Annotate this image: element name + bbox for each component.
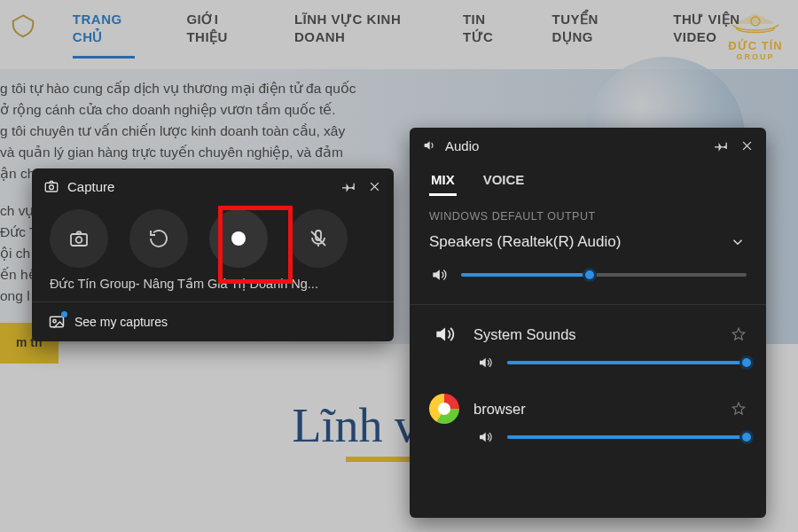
volume-icon[interactable] [475,353,495,372]
capture-buttons-row [32,204,394,277]
nav-item-about[interactable]: GIỚI THIỆU [186,11,259,45]
svg-point-2 [50,185,54,190]
master-volume-slider[interactable] [461,273,747,277]
capture-window-title: Đức Tín Group- Nâng Tầm Giá Trị Doanh Ng… [32,277,394,301]
divider [410,304,766,305]
master-volume-row [410,263,766,301]
nav-item-business[interactable]: LĨNH VỰC KINH DOANH [294,11,427,45]
svg-point-7 [53,320,56,323]
output-section-label: WINDOWS DEFAULT OUTPUT [410,196,766,228]
app-name: System Sounds [473,326,716,343]
gallery-icon [48,313,66,331]
svg-rect-1 [45,183,58,192]
system-sounds-slider[interactable] [507,361,747,364]
nav-item-home[interactable]: TRANG CHỦ [73,11,152,59]
tab-voice[interactable]: VOICE [481,167,527,196]
app-row-system-sounds: System Sounds [410,310,766,349]
close-icon[interactable] [738,137,755,154]
watermark-text: ĐỨC TÍN [727,39,784,52]
nav-item-careers[interactable]: TUYỂN DỤNG [552,11,638,45]
app-row-browser: browser [410,385,766,424]
browser-app-icon [429,394,459,424]
volume-icon[interactable] [475,427,495,447]
browser-slider[interactable] [507,435,747,439]
watermark-logo: ĐỨC TÍN GROUP [727,11,784,61]
audio-panel: Audio MIX VOICE WINDOWS DEFAULT OUTPUT S… [410,128,766,518]
pin-icon[interactable] [340,177,358,195]
output-device-name: Speakers (Realtek(R) Audio) [429,233,621,251]
hero-text: và quản lý gian hàng trực tuyến chuyên n… [0,142,381,163]
site-logo-icon [9,11,37,43]
nav-item-news[interactable]: TIN TỨC [463,11,517,45]
capture-titlebar: Capture [32,168,394,204]
see-my-captures-button[interactable]: See my captures [32,301,394,341]
capture-panel: Capture Đức Tín Group- Nâng Tầm Giá Trị … [32,168,394,341]
camera-icon [43,177,60,195]
favorite-star-icon[interactable] [731,401,747,417]
chevron-down-icon [729,233,747,251]
volume-icon[interactable] [429,265,449,285]
watermark-subtext: GROUP [727,52,784,61]
see-my-captures-label: See my captures [74,315,168,329]
app-name: browser [473,401,716,418]
system-sounds-icon [429,319,459,349]
record-button[interactable] [209,209,268,268]
audio-titlebar: Audio [410,128,766,163]
speaker-icon [420,137,438,154]
main-nav: TRANG CHỦ GIỚI THIỆU LĨNH VỰC KINH DOANH… [0,0,798,59]
mic-mute-button[interactable] [289,209,348,268]
capture-title: Capture [67,179,114,194]
pin-icon[interactable] [713,137,731,154]
hero-text: g tôi tự hào cung cấp dịch vụ thương mại… [0,78,381,99]
svg-point-4 [76,237,82,243]
browser-volume-row [410,424,766,459]
audio-tabs: MIX VOICE [410,163,766,196]
favorite-star-icon[interactable] [731,326,747,342]
record-dot-icon [231,231,246,246]
close-icon[interactable] [365,177,383,195]
screenshot-button[interactable] [50,209,108,268]
record-last-button[interactable] [129,209,188,268]
audio-title: Audio [445,138,479,153]
hero-text: ở rộng cánh cửa cho doanh nghiệp vươn tầ… [0,99,381,121]
hero-text: g tôi chuyên tư vấn chiến lược kinh doan… [0,121,381,142]
output-device-dropdown[interactable]: Speakers (Realtek(R) Audio) [410,228,766,263]
tab-mix[interactable]: MIX [429,167,457,196]
system-sounds-volume-row [410,349,766,385]
svg-rect-3 [71,234,87,246]
